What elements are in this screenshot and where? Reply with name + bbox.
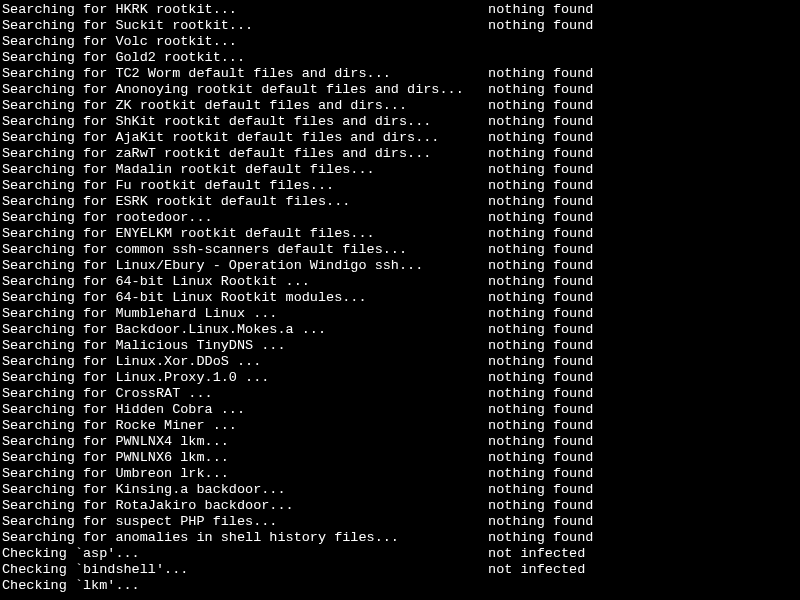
check-line: Checking `bindshell'... not infected <box>2 562 798 578</box>
scan-line: Searching for Madalin rootkit default fi… <box>2 162 798 178</box>
scan-line: Searching for Malicious TinyDNS ... noth… <box>2 338 798 354</box>
scan-line: Searching for Hidden Cobra ... nothing f… <box>2 402 798 418</box>
scan-line: Searching for rootedoor... nothing found <box>2 210 798 226</box>
scan-line: Searching for Rocke Miner ... nothing fo… <box>2 418 798 434</box>
scan-line: Searching for Gold2 rootkit... <box>2 50 798 66</box>
check-line: Checking `asp'... not infected <box>2 546 798 562</box>
scan-line: Searching for CrossRAT ... nothing found <box>2 386 798 402</box>
scan-line: Searching for anomalies in shell history… <box>2 530 798 546</box>
scan-line: Searching for Kinsing.a backdoor... noth… <box>2 482 798 498</box>
scan-line: Searching for ShKit rootkit default file… <box>2 114 798 130</box>
scan-line: Searching for Suckit rootkit... nothing … <box>2 18 798 34</box>
scan-line: Searching for TC2 Worm default files and… <box>2 66 798 82</box>
scan-line: Searching for 64-bit Linux Rootkit modul… <box>2 290 798 306</box>
scan-line: Searching for PWNLNX4 lkm... nothing fou… <box>2 434 798 450</box>
scan-line: Searching for Volc rootkit... <box>2 34 798 50</box>
scan-line: Searching for Umbreon lrk... nothing fou… <box>2 466 798 482</box>
terminal-output: Searching for HKRK rootkit... nothing fo… <box>2 2 798 594</box>
scan-line: Searching for zaRwT rootkit default file… <box>2 146 798 162</box>
scan-line: Searching for ZK rootkit default files a… <box>2 98 798 114</box>
scan-line: Searching for common ssh-scanners defaul… <box>2 242 798 258</box>
scan-line: Searching for HKRK rootkit... nothing fo… <box>2 2 798 18</box>
scan-line: Searching for ENYELKM rootkit default fi… <box>2 226 798 242</box>
scan-line: Searching for Backdoor.Linux.Mokes.a ...… <box>2 322 798 338</box>
check-line: Checking `lkm'... <box>2 578 798 594</box>
scan-line: Searching for Linux.Proxy.1.0 ... nothin… <box>2 370 798 386</box>
scan-line: Searching for Anonoying rootkit default … <box>2 82 798 98</box>
scan-line: Searching for Linux/Ebury - Operation Wi… <box>2 258 798 274</box>
scan-line: Searching for ESRK rootkit default files… <box>2 194 798 210</box>
scan-line: Searching for PWNLNX6 lkm... nothing fou… <box>2 450 798 466</box>
scan-line: Searching for AjaKit rootkit default fil… <box>2 130 798 146</box>
scan-line: Searching for Linux.Xor.DDoS ... nothing… <box>2 354 798 370</box>
scan-line: Searching for RotaJakiro backdoor... not… <box>2 498 798 514</box>
scan-line: Searching for 64-bit Linux Rootkit ... n… <box>2 274 798 290</box>
scan-line: Searching for suspect PHP files... nothi… <box>2 514 798 530</box>
scan-line: Searching for Mumblehard Linux ... nothi… <box>2 306 798 322</box>
scan-line: Searching for Fu rootkit default files..… <box>2 178 798 194</box>
